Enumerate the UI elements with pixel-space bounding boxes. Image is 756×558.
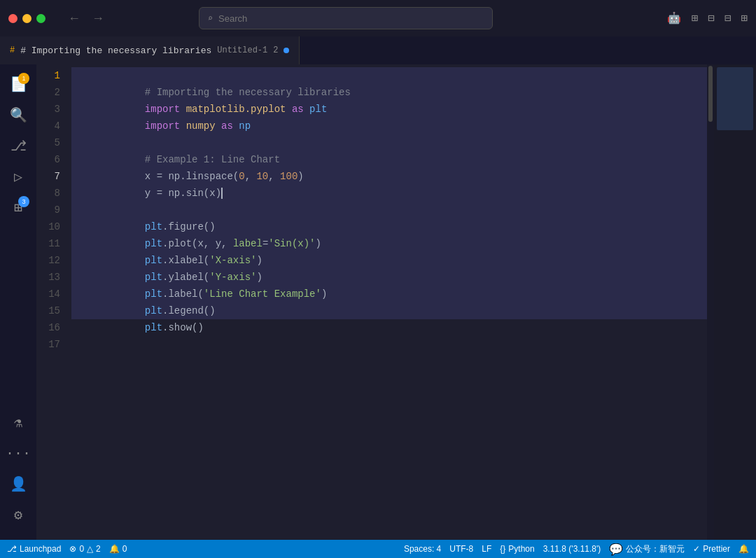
status-left: ⎇ Launchpad ⊗ 0 △ 2 🔔 0	[7, 544, 127, 554]
code-lines: # Importing the necessary libraries impo…	[71, 64, 707, 540]
code-line-5: # Example 1: Line Chart	[71, 134, 707, 151]
sidebar-item-testing[interactable]: ⚗	[4, 408, 32, 436]
explorer-badge: 1	[18, 73, 29, 84]
status-prettier[interactable]: ✓ Prettier	[693, 544, 730, 554]
spaces-label: Spaces: 4	[404, 544, 441, 554]
tab-file-icon: #	[10, 46, 15, 55]
git-icon: ⎇	[7, 544, 17, 554]
status-spaces[interactable]: Spaces: 4	[404, 544, 441, 554]
editor-area: 1 2 3 4 5 6 7 8 9 10 11 12 13 14 15 16 1	[36, 64, 756, 540]
sidebar-item-settings[interactable]: ⚙	[4, 501, 32, 529]
unsaved-dot	[284, 48, 289, 53]
tab-title: # Importing the necessary libraries	[20, 46, 211, 56]
status-right: Spaces: 4 UTF-8 LF {} Python 3.11.8 ('3.…	[404, 543, 749, 556]
status-encoding[interactable]: UTF-8	[449, 544, 473, 554]
status-wechat: 💬 公众号：新智元	[609, 543, 685, 556]
status-notifications[interactable]: 🔔 0	[109, 544, 127, 554]
status-launchpad[interactable]: ⎇ Launchpad	[7, 544, 61, 554]
minimize-button[interactable]	[22, 14, 31, 23]
warning-count: 2	[96, 544, 101, 554]
brackets-icon: {}	[500, 544, 505, 554]
sidebar-item-run[interactable]: ▷	[4, 162, 32, 190]
tab-bar: # # Importing the necessary libraries Un…	[0, 36, 756, 64]
wechat-icon: 💬	[609, 543, 623, 556]
sidebar-item-more[interactable]: ···	[4, 439, 32, 467]
sidebar-item-extensions[interactable]: ⊞ 3	[4, 193, 32, 221]
run-icon: ▷	[14, 168, 22, 186]
code-line-17	[71, 336, 707, 353]
tab-filename: Untitled-1	[217, 46, 267, 55]
status-language[interactable]: {} Python	[500, 544, 534, 554]
prettier-label: Prettier	[703, 544, 730, 554]
split-icon[interactable]: ⊟	[708, 11, 715, 25]
minimap	[714, 64, 756, 540]
scrollbar-thumb[interactable]	[708, 66, 713, 122]
title-bar: ← → ⌕ 🤖 ⊞ ⊟ ⊟ ⊞	[0, 0, 756, 36]
line-numbers: 1 2 3 4 5 6 7 8 9 10 11 12 13 14 15 16 1	[36, 64, 71, 540]
back-button[interactable]: ←	[65, 10, 83, 27]
layout-icon[interactable]: ⊞	[691, 11, 698, 25]
notification-count: 0	[122, 544, 127, 554]
sidebar-item-account[interactable]: 👤	[4, 470, 32, 498]
notification-bell-icon: 🔔	[738, 544, 749, 554]
testing-icon: ⚗	[14, 414, 22, 431]
language-label: Python	[508, 544, 534, 554]
error-count: 0	[79, 544, 84, 554]
encoding-label: UTF-8	[449, 544, 473, 554]
account-icon: 👤	[10, 475, 27, 493]
status-bell[interactable]: 🔔	[738, 544, 749, 554]
activity-bar: 📄 1 🔍 ⎇ ▷ ⊞ 3 ⚗ ··· 👤 ⚙	[0, 64, 36, 540]
copilot-icon[interactable]: 🤖	[667, 11, 681, 25]
panel-icon[interactable]: ⊟	[724, 11, 732, 25]
status-python-version[interactable]: 3.11.8 ('3.11.8')	[543, 544, 601, 554]
active-tab[interactable]: # # Importing the necessary libraries Un…	[0, 36, 300, 64]
checkmark-icon: ✓	[693, 544, 700, 554]
forward-button[interactable]: →	[89, 10, 107, 27]
status-bar: ⎇ Launchpad ⊗ 0 △ 2 🔔 0 Spaces: 4 UTF-8 …	[0, 540, 756, 558]
sidebar-item-explorer[interactable]: 📄 1	[4, 70, 32, 98]
line-ending-label: LF	[482, 544, 491, 554]
settings-icon: ⚙	[14, 506, 22, 524]
launchpad-label: Launchpad	[20, 544, 61, 554]
status-errors[interactable]: ⊗ 0 △ 2	[69, 544, 100, 554]
status-line-ending[interactable]: LF	[482, 544, 491, 554]
search-activity-icon: 🔍	[10, 106, 27, 124]
search-icon: ⌕	[208, 13, 213, 24]
sidebar-item-source-control[interactable]: ⎇	[4, 132, 32, 160]
title-bar-right: 🤖 ⊞ ⊟ ⊟ ⊞	[667, 11, 748, 25]
bell-icon: 🔔	[109, 544, 120, 554]
extensions-badge: 3	[18, 196, 29, 207]
search-input[interactable]	[218, 13, 484, 24]
activity-bar-bottom: ⚗ ··· 👤 ⚙	[4, 408, 32, 534]
tab-num: 2	[273, 46, 278, 55]
python-version-label: 3.11.8 ('3.11.8')	[543, 544, 601, 554]
scrollbar[interactable]	[707, 64, 714, 540]
code-line-9: plt.figure()	[71, 202, 707, 218]
error-icon: ⊗	[69, 544, 76, 554]
sidebar-item-search[interactable]: 🔍	[4, 101, 32, 129]
search-bar[interactable]: ⌕	[199, 7, 493, 29]
maximize-button[interactable]	[36, 14, 46, 23]
warning-icon: △	[87, 544, 93, 554]
code-line-1: # Importing the necessary libraries	[71, 67, 707, 84]
traffic-lights	[8, 14, 46, 23]
code-editor[interactable]: 1 2 3 4 5 6 7 8 9 10 11 12 13 14 15 16 1	[36, 64, 756, 540]
main-area: 📄 1 🔍 ⎇ ▷ ⊞ 3 ⚗ ··· 👤 ⚙	[0, 64, 756, 540]
more-items-icon: ···	[6, 445, 31, 461]
minimap-preview	[717, 67, 753, 130]
nav-buttons: ← →	[65, 10, 107, 27]
source-control-icon: ⎇	[10, 137, 27, 155]
more-icon[interactable]: ⊞	[741, 11, 748, 25]
wechat-label: 公众号：新智元	[626, 543, 685, 555]
close-button[interactable]	[8, 14, 18, 23]
